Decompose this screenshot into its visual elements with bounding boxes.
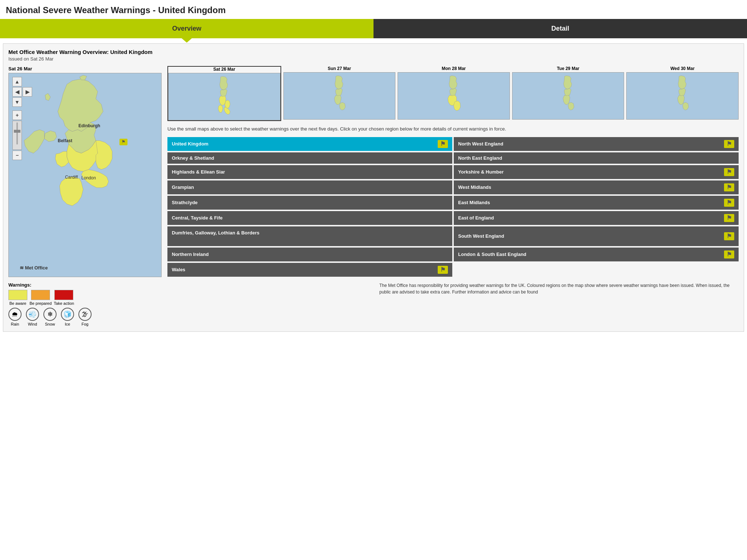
region-northern-ireland-label: Northern Ireland [172, 252, 209, 257]
swatch-take-action: Take action [54, 290, 74, 306]
color-swatches: Be aware Be prepared Take action [8, 290, 374, 306]
region-north-east-england-label: North East England [458, 155, 502, 161]
mini-map-sat-label: Sat 26 Mar [168, 67, 280, 72]
zoom-in-button[interactable]: + [12, 110, 22, 120]
region-west-midlands-label: West Midlands [458, 184, 491, 190]
svg-text:Cardiff: Cardiff [65, 175, 78, 180]
tab-overview[interactable]: Overview [0, 19, 374, 38]
overview-title: Met Office Weather Warning Overview: Uni… [8, 49, 739, 55]
ice-icon: 🧊 [61, 308, 74, 321]
icon-snow: ❄ Snow [43, 308, 57, 326]
right-panel: Sat 26 Mar [167, 66, 739, 277]
swatch-be-aware-box [8, 290, 27, 300]
pan-right-button[interactable]: ▶ [23, 87, 32, 97]
map-controls: ▲ ◀ ▶ ▼ + − [12, 77, 32, 160]
snow-icon: ❄ [43, 308, 57, 321]
region-east-midlands[interactable]: East Midlands [454, 196, 739, 210]
region-west-midlands[interactable]: West Midlands [454, 180, 739, 194]
legend-right: The Met Office has responsibility for pr… [374, 282, 739, 295]
tab-detail[interactable]: Detail [374, 19, 747, 38]
region-orkney-shetland[interactable]: Orkney & Shetland [167, 152, 452, 164]
region-highlands[interactable]: Highlands & Eilean Siar [167, 165, 452, 179]
region-yorkshire[interactable]: Yorkshire & Humber [454, 165, 739, 179]
mini-map-wed[interactable]: Wed 30 Mar [626, 66, 739, 121]
legend-left: Warnings: Be aware Be prepared Take acti… [8, 282, 374, 326]
region-east-of-england[interactable]: East of England [454, 211, 739, 225]
region-strathclyde-label: Strathclyde [172, 200, 198, 205]
instruction-text: Use the small maps above to select the w… [167, 125, 739, 133]
ice-label: Ice [65, 322, 70, 326]
region-london-south-east-flag [724, 250, 734, 258]
region-yorkshire-flag [724, 168, 734, 176]
mini-map-mon-box [398, 72, 510, 120]
mini-maps-row: Sat 26 Mar [167, 66, 739, 121]
wind-label: Wind [28, 322, 37, 326]
rain-label: Rain [11, 322, 19, 326]
mini-map-tue-label: Tue 29 Mar [512, 66, 624, 71]
region-north-west-england-label: North West England [458, 141, 503, 147]
region-east-midlands-flag [724, 199, 734, 207]
region-grampian[interactable]: Grampian [167, 180, 452, 194]
mini-map-sun-box [283, 72, 396, 120]
svg-text:≋ Met Office: ≋ Met Office [20, 265, 48, 271]
region-wales[interactable]: Wales [167, 263, 452, 277]
region-north-east-england[interactable]: North East England [454, 152, 739, 164]
page-title: National Severe Weather Warnings - Unite… [0, 0, 747, 19]
region-south-west-england[interactable]: South West England [454, 226, 739, 246]
region-united-kingdom-label: United Kingdom [172, 141, 208, 147]
icon-rain: 🌧 Rain [8, 308, 22, 326]
pan-up-button[interactable]: ▲ [12, 77, 22, 86]
svg-text:London: London [81, 175, 96, 180]
icon-ice: 🧊 Ice [61, 308, 74, 326]
region-dumfries[interactable]: Dumfries, Galloway, Lothian & Borders [167, 226, 452, 246]
pan-down-button[interactable]: ▼ [12, 97, 22, 107]
region-united-kingdom[interactable]: United Kingdom [167, 137, 452, 151]
swatch-be-prepared: Be prepared [30, 290, 52, 306]
swatch-be-aware-label: Be aware [9, 301, 26, 306]
warnings-label: Warnings: [8, 282, 374, 288]
region-strathclyde[interactable]: Strathclyde [167, 196, 452, 210]
footer-text: The Met Office has responsibility for pr… [379, 282, 739, 295]
zoom-slider[interactable] [12, 121, 22, 150]
region-london-south-east[interactable]: London & South East England [454, 248, 739, 261]
region-northern-ireland[interactable]: Northern Ireland [167, 248, 452, 261]
zoom-out-button[interactable]: − [12, 151, 22, 160]
content-area: Met Office Weather Warning Overview: Uni… [3, 43, 744, 332]
icon-wind: 💨 Wind [26, 308, 39, 326]
mini-map-wed-label: Wed 30 Mar [626, 66, 739, 71]
snow-label: Snow [45, 322, 55, 326]
mini-map-sun-label: Sun 27 Mar [283, 66, 396, 71]
main-map-label: Sat 26 Mar [8, 66, 162, 71]
swatch-be-prepared-box [31, 290, 50, 300]
region-east-of-england-label: East of England [458, 215, 494, 221]
region-north-west-england[interactable]: North West England [454, 137, 739, 151]
legend-area: Warnings: Be aware Be prepared Take acti… [8, 282, 739, 326]
region-east-midlands-label: East Midlands [458, 200, 490, 205]
swatch-be-aware: Be aware [8, 290, 27, 306]
region-east-of-england-flag [724, 214, 734, 222]
main-map[interactable]: ▲ ◀ ▶ ▼ + − [8, 73, 162, 277]
mini-map-tue[interactable]: Tue 29 Mar [512, 66, 624, 121]
region-south-west-england-label: South West England [458, 233, 504, 239]
pan-left-button[interactable]: ◀ [12, 87, 22, 97]
region-central-tayside-label: Central, Tayside & Fife [172, 215, 222, 221]
svg-text:Edinburgh: Edinburgh [78, 123, 100, 128]
main-layout: Sat 26 Mar ▲ ◀ ▶ ▼ + − [8, 66, 739, 277]
region-wales-flag [438, 266, 448, 274]
icon-swatches: 🌧 Rain 💨 Wind ❄ Snow 🧊 Ice 🌫 Fog [8, 308, 374, 326]
mini-map-mon[interactable]: Mon 28 Mar [398, 66, 510, 121]
icon-fog: 🌫 Fog [78, 308, 92, 326]
region-wales-label: Wales [172, 267, 185, 272]
mini-map-sat[interactable]: Sat 26 Mar [167, 66, 281, 121]
svg-text:⚑: ⚑ [121, 139, 125, 144]
region-dumfries-label: Dumfries, Galloway, Lothian & Borders [172, 230, 259, 236]
region-central-tayside[interactable]: Central, Tayside & Fife [167, 211, 452, 225]
region-grampian-label: Grampian [172, 184, 194, 190]
regions-grid: United Kingdom North West England Orkney… [167, 137, 739, 277]
region-west-midlands-flag [724, 183, 734, 191]
region-yorkshire-label: Yorkshire & Humber [458, 169, 504, 175]
wind-icon: 💨 [26, 308, 39, 321]
mini-map-sun[interactable]: Sun 27 Mar [283, 66, 396, 121]
map-panel: Sat 26 Mar ▲ ◀ ▶ ▼ + − [8, 66, 162, 277]
region-orkney-shetland-label: Orkney & Shetland [172, 155, 214, 161]
